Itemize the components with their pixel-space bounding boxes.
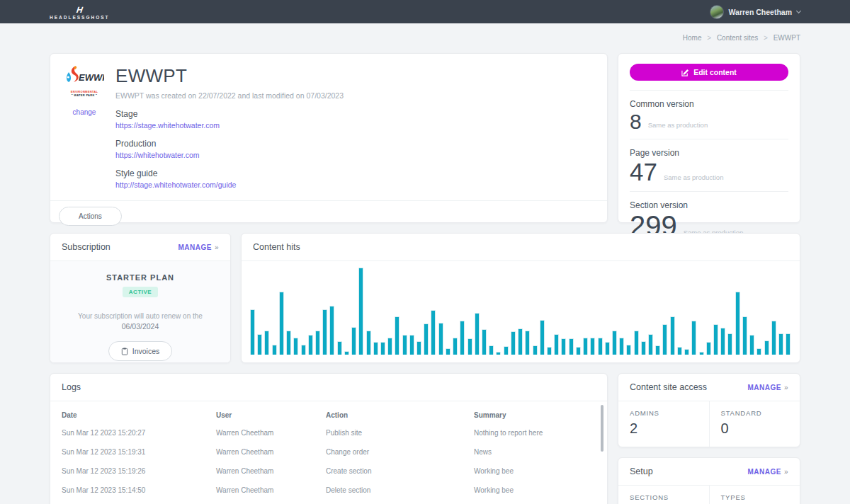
sections-label: SECTIONS <box>630 493 698 501</box>
chart-bar <box>308 335 313 355</box>
admins-value: 2 <box>630 420 698 437</box>
breadcrumb-separator: > <box>707 34 711 42</box>
style-guide-label: Style guide <box>115 168 344 178</box>
chart-bar <box>612 331 617 355</box>
chart-bar <box>250 309 255 355</box>
chart-bar <box>511 331 516 355</box>
setup-manage-link[interactable]: MANAGE» <box>747 468 788 476</box>
chart-bar <box>713 324 718 355</box>
invoices-button[interactable]: Invoices <box>108 341 173 361</box>
subscription-card: Subscription MANAGE» STARTER PLAN ACTIVE… <box>50 233 231 363</box>
page-version-note: Same as production <box>664 173 724 183</box>
table-cell: Working bee <box>474 481 596 500</box>
chart-bar <box>402 335 407 355</box>
page-version-label: Page version <box>630 148 788 158</box>
chart-bar <box>279 292 284 355</box>
admins-stat: ADMINS 2 <box>618 401 709 447</box>
chart-bar <box>475 313 480 355</box>
chart-bar <box>460 321 465 355</box>
chart-bar <box>742 316 747 355</box>
subscription-manage-link[interactable]: MANAGE» <box>178 244 219 251</box>
chart-bar <box>590 338 595 355</box>
table-row: Sun Mar 12 2023 15:14:37Warren CheethamU… <box>62 500 596 504</box>
table-cell: Warren Cheetham <box>216 481 326 500</box>
versions-card: Edit content Common version 8 Same as pr… <box>618 53 800 223</box>
status-badge: ACTIVE <box>123 287 158 297</box>
logo-tagline-2: " WATER PARK " <box>62 93 107 97</box>
edit-content-button[interactable]: Edit content <box>630 64 788 81</box>
table-cell: Blog Post <box>474 500 596 504</box>
actions-button[interactable]: Actions <box>59 207 122 226</box>
table-cell: Sun Mar 12 2023 15:19:31 <box>62 442 216 462</box>
chart-bar <box>699 352 704 355</box>
chart-bar <box>358 268 363 355</box>
chart-bar <box>634 331 639 355</box>
table-cell: Warren Cheetham <box>216 500 326 504</box>
logs-scrollbar[interactable] <box>601 405 604 452</box>
table-cell: Create section <box>326 462 474 481</box>
brand-logo[interactable]: H HEADLESSGHOST <box>50 4 110 20</box>
chart-bar <box>395 316 400 355</box>
chart-bar <box>554 334 559 355</box>
table-row: Sun Mar 12 2023 15:14:50Warren CheethamD… <box>62 481 596 500</box>
chart-bar <box>569 338 574 355</box>
chart-bar <box>416 341 421 355</box>
common-version-value: 8 <box>630 112 642 131</box>
site-created-subtitle: EWWPT was created on 22/07/2022 and last… <box>115 91 344 100</box>
user-menu[interactable]: Warren Cheetham <box>710 5 800 19</box>
common-version-block: Common version 8 Same as production <box>630 90 788 139</box>
table-cell: Update business section <box>326 500 474 504</box>
chart-bar <box>504 346 509 355</box>
chart-bar <box>366 331 371 355</box>
manage-label: MANAGE <box>747 384 781 391</box>
col-header-user: User <box>216 403 326 423</box>
production-label: Production <box>115 139 344 149</box>
chart-bar <box>626 345 631 355</box>
chevron-down-icon <box>796 8 801 13</box>
double-arrow-icon: » <box>784 468 788 476</box>
standard-label: STANDARD <box>721 409 789 417</box>
standard-value: 0 <box>721 420 789 437</box>
table-cell: Warren Cheetham <box>216 423 326 442</box>
chart-bar <box>648 334 653 355</box>
chart-bar <box>322 309 327 355</box>
production-url-link[interactable]: https://whitehotwater.com <box>115 151 344 159</box>
breadcrumb-current: EWWPT <box>774 34 800 42</box>
site-overview-card: EWWPT ENVIRONMENTAL " WATER PARK " chang… <box>50 53 608 223</box>
chart-bar <box>720 328 725 355</box>
chart-bar <box>293 338 298 355</box>
user-name: Warren Cheetham <box>729 8 792 16</box>
breadcrumb-home[interactable]: Home <box>683 34 702 42</box>
chart-bar <box>583 338 588 355</box>
access-manage-link[interactable]: MANAGE» <box>747 384 788 391</box>
breadcrumb: Home > Content sites > EWWPT <box>50 34 800 42</box>
chart-bar <box>662 324 667 355</box>
types-label: TYPES <box>721 493 789 501</box>
chart-bar <box>315 331 320 355</box>
breadcrumb-content-sites[interactable]: Content sites <box>717 34 758 42</box>
logs-table-body: Sun Mar 12 2023 15:20:27Warren CheethamP… <box>62 423 596 504</box>
chart-bar <box>619 338 624 355</box>
style-guide-url-link[interactable]: http://stage.whitehotwater.com/guide <box>115 181 344 189</box>
change-logo-link[interactable]: change <box>73 108 96 116</box>
chart-bar <box>387 338 392 355</box>
content-hits-chart <box>242 261 800 362</box>
table-cell: News <box>474 442 596 462</box>
chart-bar <box>431 310 436 355</box>
page-title: EWWPT <box>115 65 344 87</box>
manage-label: MANAGE <box>178 244 211 251</box>
chart-bar <box>373 342 378 355</box>
ghost-logo-icon: H <box>76 6 83 14</box>
content-hits-card: Content hits <box>241 233 800 363</box>
chart-bar <box>540 320 545 355</box>
chart-bar <box>409 335 414 355</box>
chart-bar <box>525 331 530 355</box>
subscription-title: Subscription <box>62 242 110 252</box>
sections-stat: SECTIONS <box>618 486 709 504</box>
breadcrumb-separator: > <box>764 34 768 42</box>
chart-bar <box>468 338 472 355</box>
chart-bar <box>677 347 682 355</box>
top-navbar: H HEADLESSGHOST Warren Cheetham <box>0 0 850 23</box>
stage-url-link[interactable]: https://stage.whitehotwater.com <box>115 121 344 130</box>
avatar <box>710 5 724 19</box>
